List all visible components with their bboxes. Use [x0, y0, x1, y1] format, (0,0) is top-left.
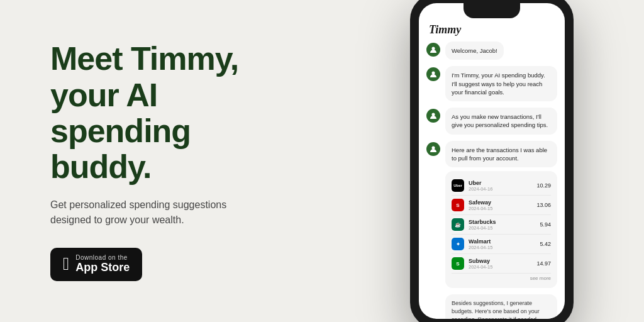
svg-point-2 [432, 113, 435, 116]
subway-name: Subway [469, 258, 532, 264]
starbucks-amount: 5.94 [540, 221, 551, 228]
timmy-avatar-4 [426, 142, 440, 156]
transaction-safeway: S Safeway 2024-04-15 13.06 [452, 196, 551, 215]
subway-amount: 14.97 [536, 260, 551, 267]
safeway-date: 2024-04-15 [469, 206, 532, 211]
transaction-subway: S Subway 2024-04-15 14.97 [452, 254, 551, 274]
chat-message-2: I'm Timmy, your AI spending buddy. I'll … [426, 66, 557, 101]
walmart-logo: ✦ [452, 238, 464, 250]
uber-amount: 10.29 [536, 182, 551, 189]
chat-bubble-4: Here are the transactions I was able to … [445, 141, 557, 168]
bottom-chat-bubble: Besides suggestions, I generate budgets.… [445, 294, 557, 319]
right-section: Timmy Welcome, Jacob! [340, 0, 644, 322]
chat-message-3: As you make new transactions, I'll give … [426, 108, 557, 135]
chat-bubble-3: As you make new transactions, I'll give … [445, 108, 557, 135]
left-section: Meet Timmy, your AI spending buddy. Get … [0, 3, 340, 318]
subway-info: Subway 2024-04-15 [469, 258, 532, 270]
chat-area: Welcome, Jacob! I'm Timmy, your AI spend… [419, 42, 565, 319]
timmy-avatar-3 [426, 109, 440, 123]
safeway-amount: 13.06 [536, 202, 551, 208]
chat-message-1: Welcome, Jacob! [426, 42, 557, 60]
subway-date: 2024-04-15 [469, 264, 532, 270]
store-label: App Store [75, 261, 130, 275]
chat-message-4: Here are the transactions I was able to … [426, 141, 557, 289]
safeway-logo: S [452, 199, 464, 211]
walmart-info: Walmart 2024-04-15 [469, 238, 535, 250]
starbucks-info: Starbucks 2024-04-15 [469, 219, 535, 231]
see-more-link[interactable]: see more [452, 274, 551, 283]
phone-screen: Timmy Welcome, Jacob! [419, 3, 565, 319]
svg-point-3 [432, 146, 435, 149]
svg-point-1 [432, 72, 435, 75]
chat-bubble-2: I'm Timmy, your AI spending buddy. I'll … [445, 66, 557, 101]
walmart-name: Walmart [469, 238, 535, 245]
transaction-uber: Uber Uber 2024-04-16 10.29 [452, 176, 551, 196]
chat-bubble-1: Welcome, Jacob! [445, 42, 504, 60]
apple-icon:  [63, 255, 69, 273]
svg-point-0 [432, 47, 435, 50]
timmy-avatar-2 [426, 67, 440, 81]
transactions-card: Uber Uber 2024-04-16 10.29 S Saf [445, 171, 557, 288]
transaction-walmart: ✦ Walmart 2024-04-15 5.42 [452, 235, 551, 254]
uber-info: Uber 2024-04-16 [469, 180, 532, 192]
starbucks-name: Starbucks [469, 219, 535, 225]
walmart-date: 2024-04-15 [469, 245, 535, 250]
phone-mockup: Timmy Welcome, Jacob! [410, 0, 574, 322]
transaction-group: Here are the transactions I was able to … [445, 141, 557, 289]
uber-name: Uber [469, 180, 532, 186]
uber-logo: Uber [452, 179, 464, 192]
starbucks-date: 2024-04-15 [469, 225, 535, 231]
safeway-name: Safeway [469, 199, 532, 206]
walmart-amount: 5.42 [540, 241, 551, 247]
safeway-info: Safeway 2024-04-15 [469, 199, 532, 211]
phone-notch [464, 3, 520, 18]
starbucks-logo: ☕ [452, 218, 464, 231]
transaction-starbucks: ☕ Starbucks 2024-04-15 5.94 [452, 215, 551, 235]
timmy-avatar-1 [426, 43, 440, 57]
subtitle: Get personalized spending suggestions de… [50, 197, 264, 228]
headline: Meet Timmy, your AI spending buddy. [50, 41, 289, 185]
app-store-button[interactable]:  Download on the App Store [50, 248, 142, 281]
subway-logo: S [452, 257, 464, 270]
app-store-button-text: Download on the App Store [75, 254, 130, 275]
download-label: Download on the [75, 254, 130, 261]
uber-date: 2024-04-16 [469, 186, 532, 192]
